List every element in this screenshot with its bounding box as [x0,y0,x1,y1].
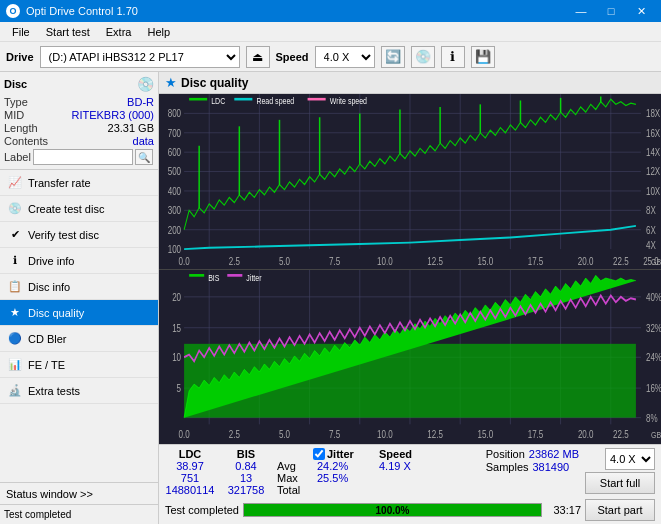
svg-text:12.5: 12.5 [427,427,443,439]
progress-row: Test completed 100.0% 33:17 Start part [165,499,655,521]
sidebar-item-verify-test-disc[interactable]: ✔ Verify test disc [0,222,158,248]
svg-text:GB: GB [651,428,661,439]
label-search-button[interactable]: 🔍 [135,149,153,165]
disc-button[interactable]: 💿 [411,46,435,68]
svg-text:15: 15 [172,321,181,333]
speed-val: 4.19 X [379,460,429,472]
sidebar: Disc 💿 Type BD-R MID RITEKBR3 (000) Leng… [0,72,159,524]
minimize-button[interactable]: — [567,1,595,21]
sidebar-item-label: Transfer rate [28,177,91,189]
menu-help[interactable]: Help [139,24,178,40]
svg-text:18X: 18X [646,108,660,119]
svg-text:16X: 16X [646,128,660,139]
disc-quality-icon: ★ [8,306,22,320]
maximize-button[interactable]: □ [597,1,625,21]
disc-length-row: Length 23.31 GB [4,122,154,134]
disc-mid-value: RITEKBR3 (000) [71,109,154,121]
info-button[interactable]: ℹ [441,46,465,68]
progress-bar-container: 100.0% [243,503,542,517]
main-layout: Disc 💿 Type BD-R MID RITEKBR3 (000) Leng… [0,72,661,524]
sidebar-item-create-test-disc[interactable]: 💿 Create test disc [0,196,158,222]
save-button[interactable]: 💾 [471,46,495,68]
samples-value: 381490 [533,461,570,473]
ldc-max: 751 [165,472,215,484]
sidebar-item-label: Create test disc [28,203,104,215]
svg-text:800: 800 [168,108,181,119]
refresh-button[interactable]: 🔄 [381,46,405,68]
spacer: . [277,448,307,460]
drive-select[interactable]: (D:) ATAPI iHBS312 2 PL17 [40,46,240,68]
svg-text:Write speed: Write speed [330,97,367,107]
eject-button[interactable]: ⏏ [246,46,270,68]
top-chart-svg: 800 700 600 500 400 300 200 100 18X 16X … [159,94,661,269]
menu-file[interactable]: File [4,24,38,40]
speed-select[interactable]: 4.0 X [315,46,375,68]
close-button[interactable]: ✕ [627,1,655,21]
cd-bler-icon: 🔵 [8,332,22,346]
button-area: 4.0 X Start full [585,448,655,494]
sidebar-item-drive-info[interactable]: ℹ Drive info [0,248,158,274]
sidebar-item-label: Extra tests [28,385,80,397]
jitter-max: 25.5% [313,472,373,484]
disc-header: Disc 💿 [4,76,154,92]
disc-label-input[interactable] [33,149,133,165]
bis-header: BIS [221,448,271,460]
svg-text:10X: 10X [646,186,660,197]
svg-text:LDC: LDC [211,97,225,107]
svg-text:16%: 16% [646,381,661,393]
disc-type-value: BD-R [127,96,154,108]
verify-test-disc-icon: ✔ [8,228,22,242]
svg-text:Read speed: Read speed [256,97,294,107]
samples-row: Samples 381490 [486,461,579,473]
disc-length-label: Length [4,122,38,134]
svg-rect-59 [308,98,326,101]
status-window-button[interactable]: Status window >> [0,482,158,504]
sidebar-item-fe-te[interactable]: 📊 FE / TE [0,352,158,378]
svg-text:5: 5 [177,381,181,393]
drive-info-icon: ℹ [8,254,22,268]
jitter-header-row: Jitter [313,448,373,460]
disc-contents-row: Contents data [4,135,154,147]
progress-time: 33:17 [546,504,581,516]
sidebar-item-label: CD Bler [28,333,67,345]
svg-text:8%: 8% [646,411,658,423]
sidebar-item-cd-bler[interactable]: 🔵 CD Bler [0,326,158,352]
bis-avg: 0.84 [221,460,271,472]
speed-button-row: 4.0 X [605,448,655,470]
fe-te-icon: 📊 [8,358,22,372]
menu-start-test[interactable]: Start test [38,24,98,40]
speed-dropdown[interactable]: 4.0 X [605,448,655,470]
progress-text: 100.0% [244,504,541,516]
svg-rect-55 [189,98,207,101]
sidebar-item-transfer-rate[interactable]: 📈 Transfer rate [0,170,158,196]
start-part-button[interactable]: Start part [585,499,655,521]
start-full-button[interactable]: Start full [585,472,655,494]
speed-stats: Speed 4.19 X [379,448,429,472]
disc-icon: 💿 [137,76,154,92]
status-completed-text: Test completed [165,504,239,516]
drive-label: Drive [6,51,34,63]
sidebar-item-extra-tests[interactable]: 🔬 Extra tests [0,378,158,404]
total-label: Total [277,484,307,496]
chart-bottom: 20 15 10 5 40% 32% 24% 16% 8% [159,270,661,445]
disc-type-row: Type BD-R [4,96,154,108]
sidebar-item-disc-info[interactable]: 📋 Disc info [0,274,158,300]
sidebar-item-label: Drive info [28,255,74,267]
charts-container: 800 700 600 500 400 300 200 100 18X 16X … [159,94,661,444]
svg-text:20: 20 [172,290,181,302]
row-labels: . Avg Max Total [277,448,307,496]
svg-text:5.0: 5.0 [279,256,290,267]
disc-length-value: 23.31 GB [108,122,154,134]
svg-text:40%: 40% [646,290,661,302]
jitter-checkbox[interactable] [313,448,325,460]
svg-text:14X: 14X [646,147,660,158]
bis-stats: BIS 0.84 13 321758 [221,448,271,496]
svg-text:7.5: 7.5 [329,427,340,439]
svg-text:20.0: 20.0 [578,256,594,267]
menu-extra[interactable]: Extra [98,24,140,40]
jitter-avg: 24.2% [313,460,373,472]
sidebar-item-disc-quality[interactable]: ★ Disc quality [0,300,158,326]
ldc-stats: LDC 38.97 751 14880114 [165,448,215,496]
svg-text:4X: 4X [646,240,656,251]
app-icon: O [6,4,20,18]
